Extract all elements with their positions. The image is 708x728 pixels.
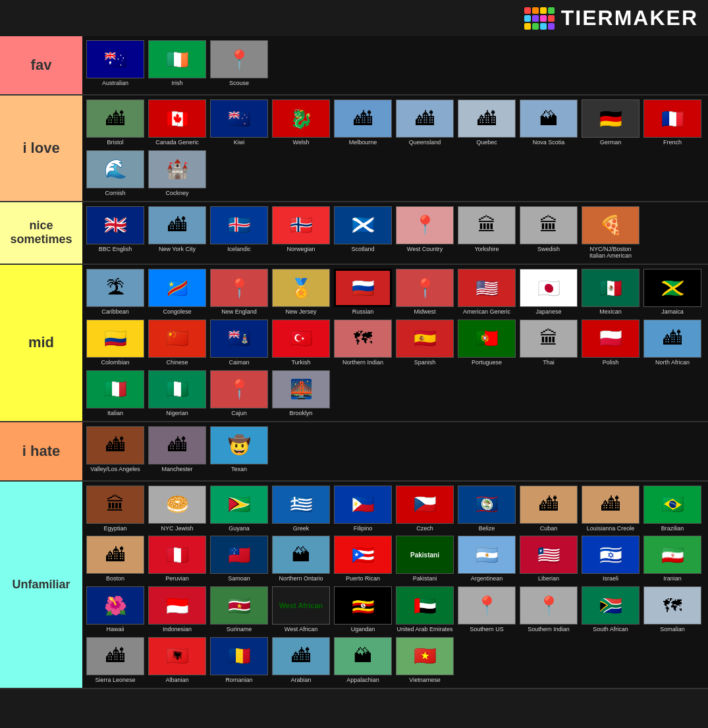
list-item[interactable]: 🏙Boston — [86, 536, 144, 582]
list-item[interactable]: 🇱🇷Liberian — [520, 536, 578, 582]
list-item[interactable]: 🇰🇾Caiman — [210, 320, 268, 366]
list-item[interactable]: 🇮🇹Italian — [86, 370, 144, 417]
list-item[interactable]: 🇻🇳Vietnamese — [396, 637, 454, 684]
list-item[interactable]: 🇨🇩Congolese — [148, 269, 206, 316]
list-item[interactable]: 🇯🇵Japanese — [520, 269, 578, 316]
list-item[interactable]: 🏙Queensland — [396, 99, 454, 146]
list-item[interactable]: 🏛Yorkshire — [458, 206, 516, 260]
list-item[interactable]: 🏴󠁧󠁢󠁳󠁣󠁴󠁿Scotland — [334, 206, 392, 260]
list-item[interactable]: 🏅New Jersey — [272, 269, 330, 316]
list-item[interactable]: 🇮🇱Israeli — [582, 536, 640, 582]
list-item[interactable]: 🇪🇸Spanish — [396, 320, 454, 366]
list-item[interactable]: 🏙Louisianna Creole — [582, 486, 640, 532]
list-item[interactable]: 🇳🇿Kiwi — [210, 99, 268, 146]
list-item[interactable]: 🇦🇱Albanian — [148, 637, 206, 684]
item-image: 🇹🇷 — [272, 320, 330, 358]
list-item[interactable]: 🇳🇬Nigerian — [148, 370, 206, 417]
list-item[interactable]: 📍New England — [210, 269, 268, 316]
list-item[interactable]: 🇧🇿Belize — [458, 486, 516, 532]
item-label: Cockney — [148, 190, 206, 197]
list-item[interactable]: 🇵🇱Polish — [582, 320, 640, 366]
item-image: 🏛 — [520, 206, 578, 244]
list-item[interactable]: 🇼🇸Samoan — [210, 536, 268, 582]
list-item[interactable]: 🏙Cuban — [520, 486, 578, 532]
list-item[interactable]: 🇹🇷Turkish — [272, 320, 330, 366]
list-item[interactable]: 🏙North African — [643, 320, 701, 366]
list-item[interactable]: 🏛Egyptian — [86, 486, 144, 532]
list-item[interactable]: 🥯NYC Jewish — [148, 486, 206, 532]
list-item[interactable]: 🐉Welsh — [272, 99, 330, 146]
list-item[interactable]: 🏙New York City — [148, 206, 206, 260]
list-item[interactable]: 🏝Caribbean — [86, 269, 144, 316]
list-item[interactable]: 🇳🇴Norwegian — [272, 206, 330, 260]
list-item[interactable]: 🇮🇷Iranian — [643, 536, 701, 582]
list-item[interactable]: 🏙Sierra Leonese — [86, 637, 144, 684]
list-item[interactable]: 🇮🇸Icelandic — [210, 206, 268, 260]
item-label: Japanese — [520, 308, 578, 316]
list-item[interactable]: 🏔Nova Scotia — [520, 99, 578, 146]
list-item[interactable]: 🏔Appalachian — [334, 637, 392, 684]
item-image: 🏙 — [582, 486, 640, 524]
list-item[interactable]: 🇵🇭Filipino — [334, 486, 392, 532]
list-item[interactable]: 🏙Manchester — [148, 426, 206, 473]
list-item[interactable]: 📍Scouse — [210, 40, 268, 87]
list-item[interactable]: 📍Southern Indian — [520, 586, 578, 633]
list-item[interactable]: PakistaniPakistani — [396, 536, 454, 582]
list-item[interactable]: 🇧🇷Brazilian — [643, 486, 701, 532]
item-label: Welsh — [272, 139, 330, 146]
list-item[interactable]: 🏰Cockney — [148, 150, 206, 197]
list-item[interactable]: 🇲🇽Mexican — [582, 269, 640, 316]
list-item[interactable]: 🗺Northern Indian — [334, 320, 392, 366]
list-item[interactable]: 🏔Northern Ontario — [272, 536, 330, 582]
list-item[interactable]: 🇺🇬Ugandan — [334, 586, 392, 633]
list-item[interactable]: 📍Cajun — [210, 370, 268, 417]
item-image: 🏛 — [520, 320, 578, 358]
list-item[interactable]: 🇬🇷Greek — [272, 486, 330, 532]
list-item[interactable]: 🏙Bristol — [86, 99, 144, 146]
list-item[interactable]: 🇦🇷Argentinean — [458, 536, 516, 582]
list-item[interactable]: 🇫🇷French — [643, 99, 701, 146]
list-item[interactable]: 🇺🇸American Generic — [458, 269, 516, 316]
list-item[interactable]: 🍕NYC/NJ/Boston Italian American — [582, 206, 640, 260]
item-image: 🇨🇩 — [148, 269, 206, 307]
list-item[interactable]: 🏙Melbourne — [334, 99, 392, 146]
item-label: Filipino — [334, 525, 392, 532]
list-item[interactable]: 🇦🇪United Arab Emirates — [396, 586, 454, 633]
list-item[interactable]: 🏙Quebec — [458, 99, 516, 146]
list-item[interactable]: 🇮🇪Irish — [148, 40, 206, 87]
item-label: Cajun — [210, 410, 268, 417]
list-item[interactable]: 🌊Cornish — [86, 150, 144, 197]
list-item[interactable]: 🇬🇾Guyana — [210, 486, 268, 532]
list-item[interactable]: 🇷🇺Russian — [334, 269, 392, 316]
list-item[interactable]: 🇸🇷Suriname — [210, 586, 268, 633]
list-item[interactable]: 🗺Somalian — [643, 586, 701, 633]
item-label: Romanian — [210, 677, 268, 684]
list-item[interactable]: 📍West Country — [396, 206, 454, 260]
list-item[interactable]: 🏛Thai — [520, 320, 578, 366]
list-item[interactable]: 🇩🇪German — [582, 99, 640, 146]
list-item[interactable]: 🇷🇴Romanian — [210, 637, 268, 684]
list-item[interactable]: 🏙Valley/Los Angeles — [86, 426, 144, 473]
list-item[interactable]: 🌺Hawaii — [86, 586, 144, 633]
list-item[interactable]: 🇵🇷Puerto Rican — [334, 536, 392, 582]
list-item[interactable]: 🇨🇴Colombian — [86, 320, 144, 366]
list-item[interactable]: 🏙Arabian — [272, 637, 330, 684]
list-item[interactable]: 🇯🇲Jamaica — [643, 269, 701, 316]
list-item[interactable]: 🇵🇹Portuguese — [458, 320, 516, 366]
list-item[interactable]: 📍Midwest — [396, 269, 454, 316]
list-item[interactable]: 🇨🇿Czech — [396, 486, 454, 532]
item-image: 🇱🇷 — [520, 536, 578, 574]
list-item[interactable]: 🇨🇳Chinese — [148, 320, 206, 366]
list-item[interactable]: West AfricanWest African — [272, 586, 330, 633]
list-item[interactable]: 🌉Brooklyn — [272, 370, 330, 417]
list-item[interactable]: 🇦🇺Australian — [86, 40, 144, 87]
list-item[interactable]: 🇿🇦South African — [582, 586, 640, 633]
list-item[interactable]: 📍Southern US — [458, 586, 516, 633]
list-item[interactable]: 🇬🇧BBC English — [86, 206, 144, 260]
list-item[interactable]: 🇵🇪Peruvian — [148, 536, 206, 582]
list-item[interactable]: 🏛Swedish — [520, 206, 578, 260]
list-item[interactable]: 🤠Texan — [210, 426, 268, 473]
list-item[interactable]: 🇮🇩Indonesian — [148, 586, 206, 633]
tier-row-nice: nice sometimes🇬🇧BBC English🏙New York Cit… — [0, 202, 708, 266]
list-item[interactable]: 🇨🇦Canada Generic — [148, 99, 206, 146]
